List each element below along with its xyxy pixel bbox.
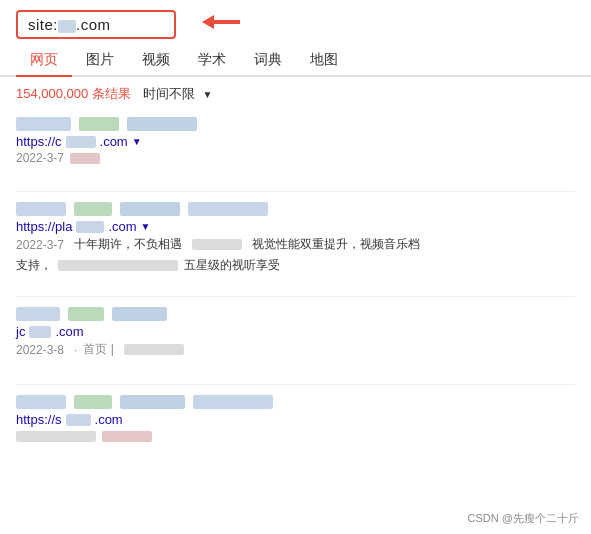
snippet-row-2: 支持， 五星级的视听享受 (16, 257, 575, 274)
time-filter-arrow: ▼ (203, 89, 213, 100)
tab-video[interactable]: 视频 (128, 45, 184, 75)
redacted-title-2 (79, 117, 119, 131)
result-item-4: https://s.com (16, 387, 575, 450)
result-top-row-3 (16, 307, 575, 321)
result-url-4[interactable]: https://s.com (16, 412, 575, 427)
redacted-4a (16, 395, 66, 409)
search-bar-area: site:.com (0, 0, 591, 45)
redacted-4f (102, 431, 152, 442)
url-dropdown-icon[interactable]: ▼ (132, 136, 142, 147)
result-url-2[interactable]: https://pla.com ▼ (16, 219, 575, 234)
redacted-title-3 (127, 117, 197, 131)
result-item-2: https://pla.com ▼ 2022-3-7 十年期许，不负相遇 视觉性… (16, 194, 575, 282)
arrow-indicator (192, 13, 242, 36)
result-breadcrumb-3: 首页 | (83, 341, 113, 358)
redacted-3e (124, 344, 184, 355)
result-suffix-3: · (74, 343, 77, 357)
snippet-2d: 五星级的视听享受 (184, 257, 280, 274)
result-top-row-4 (16, 395, 575, 409)
result-url-3[interactable]: jc.com (16, 324, 575, 339)
search-input-wrapper[interactable]: site:.com (16, 10, 176, 39)
redacted-3c (112, 307, 167, 321)
url-dropdown-icon-2[interactable]: ▼ (141, 221, 151, 232)
separator-2 (16, 296, 575, 297)
redacted-2b (74, 202, 112, 216)
results-count: 154,000,000 条结果 (16, 85, 131, 103)
redacted-2c (120, 202, 180, 216)
redacted-snippet-2e (58, 260, 178, 271)
result-top-row-2 (16, 202, 575, 216)
redacted-2d (188, 202, 268, 216)
nav-tabs: 网页 图片 视频 学术 词典 地图 (0, 45, 591, 77)
tab-webpage[interactable]: 网页 (16, 45, 72, 75)
tab-dictionary[interactable]: 词典 (240, 45, 296, 75)
redacted-title-1 (16, 117, 71, 131)
result-date-2: 2022-3-7 十年期许，不负相遇 视觉性能双重提升，视频音乐档 (16, 236, 575, 253)
redacted-4c (120, 395, 185, 409)
result-date-1: 2022-3-7 (16, 151, 575, 165)
snippet-text-2b: 视觉性能双重提升，视频音乐档 (252, 236, 420, 253)
redacted-4d (193, 395, 273, 409)
result-top-row-1 (16, 117, 575, 131)
separator-3 (16, 384, 575, 385)
results-info: 154,000,000 条结果 时间不限 ▼ (0, 77, 591, 109)
redacted-2a (16, 202, 66, 216)
redacted-3a (16, 307, 60, 321)
redacted-4b (74, 395, 112, 409)
tab-map[interactable]: 地图 (296, 45, 352, 75)
result-meta-4 (16, 431, 575, 442)
result-item: https://c.com ▼ 2022-3-7 (16, 109, 575, 177)
snippet-text-2a: 十年期许，不负相遇 (74, 236, 182, 253)
snippet-2c: 支持， (16, 257, 52, 274)
results-container: https://c.com ▼ 2022-3-7 https://pla.com… (0, 109, 591, 450)
result-date-3: 2022-3-8 · 首页 | (16, 341, 575, 358)
watermark: CSDN @先瘦个二十斤 (468, 511, 579, 526)
redacted-snippet-2 (192, 239, 242, 250)
time-filter[interactable]: 时间不限 ▼ (143, 85, 213, 103)
tab-images[interactable]: 图片 (72, 45, 128, 75)
tab-academic[interactable]: 学术 (184, 45, 240, 75)
result-url-1[interactable]: https://c.com ▼ (16, 134, 575, 149)
search-query: site:.com (28, 16, 111, 33)
separator-1 (16, 191, 575, 192)
result-item-3: jc.com 2022-3-8 · 首页 | (16, 299, 575, 370)
redacted-4e (16, 431, 96, 442)
svg-marker-0 (202, 15, 240, 29)
redacted-3b (68, 307, 104, 321)
